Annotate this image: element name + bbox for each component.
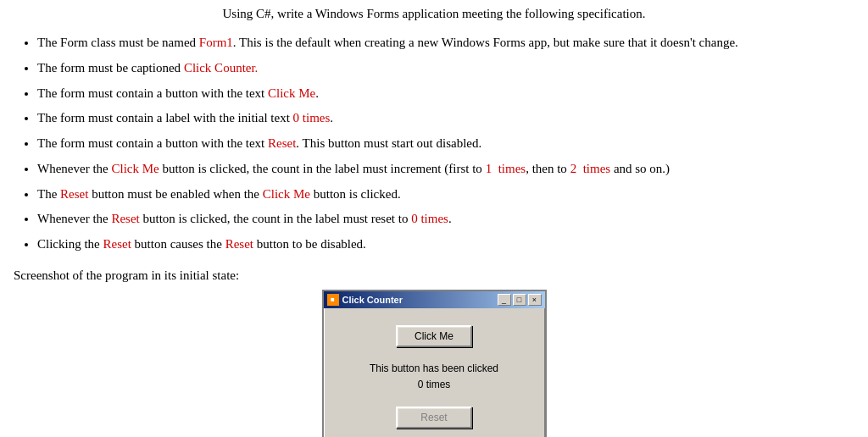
highlight-reset3: Reset bbox=[111, 212, 139, 225]
label-line1: This button has been clicked bbox=[370, 362, 498, 374]
highlight-2times: 2 times bbox=[570, 162, 611, 175]
list-item: The form must contain a label with the i… bbox=[37, 107, 854, 130]
intro-text: Using C#, write a Windows Forms applicat… bbox=[14, 7, 854, 21]
highlight-reset4: Reset bbox=[103, 237, 131, 251]
highlight-clickme2: Click Me bbox=[111, 162, 159, 175]
list-item: Whenever the Reset button is clicked, th… bbox=[37, 207, 854, 231]
close-button[interactable]: × bbox=[528, 294, 542, 306]
screenshot-area: ■ Click Counter _ □ × Click Me This butt… bbox=[14, 290, 854, 437]
list-item: The Form class must be named Form1. This… bbox=[37, 31, 854, 55]
titlebar: ■ Click Counter _ □ × bbox=[324, 291, 545, 308]
highlight-caption: Click Counter. bbox=[184, 61, 259, 75]
screenshot-label: Screenshot of the program in its initial… bbox=[14, 268, 854, 283]
label-line2: 0 times bbox=[418, 379, 451, 390]
list-item: Clicking the Reset button causes the Res… bbox=[37, 233, 854, 257]
list-item: The Reset button must be enabled when th… bbox=[37, 183, 854, 207]
windows-form: ■ Click Counter _ □ × Click Me This butt… bbox=[322, 290, 547, 437]
list-item: The form must be captioned Click Counter… bbox=[37, 57, 854, 80]
click-me-button[interactable]: Click Me bbox=[396, 325, 472, 347]
highlight-0times2: 0 times bbox=[411, 212, 448, 225]
requirements-list: The Form class must be named Form1. This… bbox=[14, 31, 854, 257]
list-item: Whenever the Click Me button is clicked,… bbox=[37, 158, 854, 181]
highlight-form1: Form1 bbox=[199, 36, 233, 49]
reset-button[interactable]: Reset bbox=[396, 407, 472, 429]
form-body: Click Me This button has been clicked 0 … bbox=[324, 308, 545, 437]
minimize-button[interactable]: _ bbox=[498, 294, 511, 306]
highlight-reset1: Reset bbox=[268, 136, 296, 150]
highlight-0times: 0 times bbox=[293, 111, 331, 124]
list-item: The form must contain a button with the … bbox=[37, 82, 854, 106]
list-item: The form must contain a button with the … bbox=[37, 132, 854, 156]
app-icon: ■ bbox=[327, 294, 339, 306]
highlight-reset5: Reset bbox=[225, 237, 253, 251]
click-count-label: This button has been clicked 0 times bbox=[370, 361, 498, 393]
titlebar-left: ■ Click Counter bbox=[327, 294, 403, 306]
highlight-reset2: Reset bbox=[60, 187, 88, 201]
highlight-clickme: Click Me bbox=[268, 86, 315, 100]
titlebar-title: Click Counter bbox=[342, 295, 403, 305]
maximize-button[interactable]: □ bbox=[513, 294, 526, 306]
window-controls: _ □ × bbox=[498, 294, 542, 306]
highlight-1times: 1 times bbox=[486, 162, 526, 175]
highlight-clickme3: Click Me bbox=[263, 187, 310, 201]
